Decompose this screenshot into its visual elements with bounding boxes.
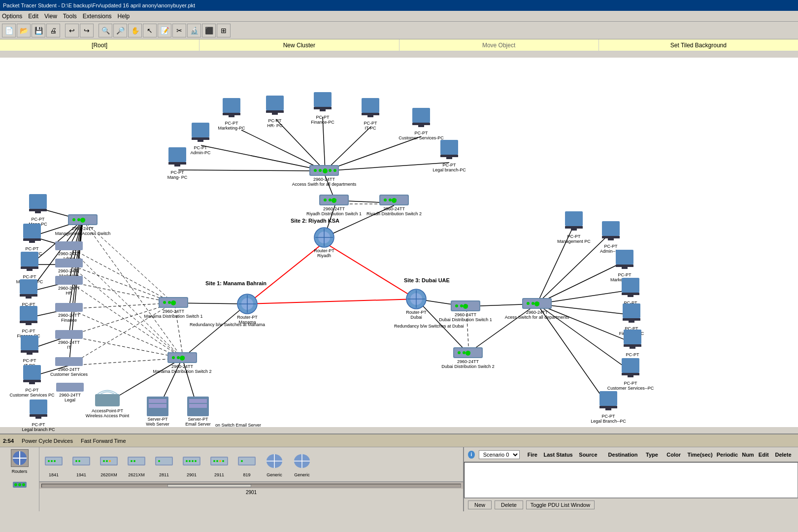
device-generic1[interactable]: Generic bbox=[262, 452, 287, 477]
devices-icons: 1841 1941 bbox=[39, 447, 463, 482]
pdu-top: i Scenario 0 Fire Last Status Source Des… bbox=[464, 447, 798, 462]
inspect-button[interactable]: 🔬 bbox=[187, 24, 201, 37]
device-2811[interactable]: 2811 bbox=[152, 452, 176, 477]
delete-button[interactable]: ✂ bbox=[172, 24, 186, 37]
device-1941[interactable]: 1941 bbox=[69, 452, 94, 477]
svg-point-360 bbox=[241, 460, 243, 462]
delete-column-label: Delete bbox=[775, 452, 794, 458]
device-generic2[interactable]: Generic bbox=[290, 452, 314, 477]
category-routers[interactable] bbox=[11, 449, 29, 467]
toolbar: 📄 📂 💾 🖨 ↩ ↪ 🔍 🔎 ✋ ↖ 📝 ✂ 🔬 ⬛ ⊞ bbox=[0, 22, 798, 39]
svg-text:Management PC: Management PC bbox=[557, 239, 591, 244]
select-button[interactable]: ↖ bbox=[143, 24, 157, 37]
svg-point-152 bbox=[172, 356, 175, 359]
device-2911[interactable]: 2911 bbox=[207, 452, 232, 477]
svg-point-349 bbox=[189, 460, 191, 462]
scrollbar-track[interactable] bbox=[41, 484, 461, 488]
svg-point-322 bbox=[14, 483, 17, 486]
delete-pdu-button[interactable]: Delete bbox=[495, 500, 523, 509]
breadcrumb-root[interactable]: [Root] bbox=[0, 39, 200, 51]
svg-text:Customer Services--PC: Customer Services--PC bbox=[607, 386, 654, 391]
menu-options[interactable]: Options bbox=[2, 13, 22, 20]
device-label-1941: 1941 bbox=[76, 472, 86, 477]
svg-rect-176 bbox=[21, 266, 38, 269]
undo-button[interactable]: ↩ bbox=[65, 24, 79, 37]
device-2901[interactable]: 2901 bbox=[179, 452, 204, 477]
canvas-area[interactable]: PC-PT Marketing-PC PC-PT HR- PC PC-PT Fi… bbox=[0, 51, 798, 433]
device-label-2621XM: 2621XM bbox=[128, 472, 145, 477]
save-button[interactable]: 💾 bbox=[32, 24, 45, 37]
menu-edit[interactable]: Edit bbox=[28, 13, 38, 20]
svg-text:PC-PT: PC-PT bbox=[171, 170, 185, 175]
cluster-button[interactable]: ⊞ bbox=[217, 24, 231, 37]
redo-button[interactable]: ↪ bbox=[80, 24, 94, 37]
svg-point-250 bbox=[460, 304, 463, 307]
network-diagram: PC-PT Marketing-PC PC-PT HR- PC PC-PT Fi… bbox=[0, 51, 798, 433]
menu-view[interactable]: View bbox=[44, 13, 57, 20]
svg-text:PC-PT: PC-PT bbox=[26, 246, 39, 251]
svg-rect-67 bbox=[223, 113, 240, 115]
svg-rect-202 bbox=[35, 417, 41, 419]
scrollbar-thumb[interactable] bbox=[167, 484, 251, 487]
svg-rect-185 bbox=[20, 306, 37, 321]
svg-point-336 bbox=[103, 460, 105, 462]
svg-rect-231 bbox=[149, 404, 166, 408]
svg-text:Server-PT: Server-PT bbox=[147, 417, 168, 422]
category-switches[interactable] bbox=[11, 476, 29, 494]
svg-text:PC-PT: PC-PT bbox=[618, 272, 632, 277]
breadcrumb-set-tiled-bg[interactable]: Set Tiled Background bbox=[599, 39, 798, 51]
toggle-pdu-window-button[interactable]: Toggle PDU List Window bbox=[526, 500, 595, 509]
power-cycle-button[interactable]: Power Cycle Devices bbox=[22, 438, 73, 444]
svg-point-332 bbox=[75, 460, 77, 462]
resize-button[interactable]: ⬛ bbox=[202, 24, 216, 37]
svg-text:2960-24TT: 2960-24TT bbox=[383, 206, 405, 211]
device-819[interactable]: 819 bbox=[234, 452, 259, 477]
new-pdu-button[interactable]: New bbox=[468, 500, 492, 509]
device-2620XM[interactable]: 2620XM bbox=[97, 452, 121, 477]
menu-tools[interactable]: Tools bbox=[63, 13, 77, 20]
svg-text:2960-24TT: 2960-24TT bbox=[59, 393, 81, 398]
zoom-in-button[interactable]: 🔍 bbox=[99, 24, 112, 37]
place-note-button[interactable]: 📝 bbox=[158, 24, 171, 37]
menu-help[interactable]: Help bbox=[118, 13, 130, 20]
svg-rect-103 bbox=[174, 165, 180, 166]
pdu-panel: i Scenario 0 Fire Last Status Source Des… bbox=[463, 447, 798, 511]
svg-rect-205 bbox=[55, 241, 83, 250]
fast-forward-button[interactable]: Fast Forward Time bbox=[81, 438, 126, 444]
device-label-generic2: Generic bbox=[294, 472, 310, 477]
device-scrollbar[interactable] bbox=[39, 482, 463, 489]
svg-text:Access Swith for all departmen: Access Swith for all departments bbox=[292, 182, 357, 187]
pan-button[interactable]: ✋ bbox=[128, 24, 142, 37]
breadcrumb-new-cluster[interactable]: New Cluster bbox=[200, 39, 399, 51]
svg-text:Manama Distribution Switch 2: Manama Distribution Switch 2 bbox=[153, 369, 211, 374]
device-label-generic1: Generic bbox=[266, 472, 282, 477]
svg-rect-306 bbox=[605, 408, 611, 410]
svg-text:Dubai Distribution Switch 1: Dubai Distribution Switch 1 bbox=[439, 317, 492, 322]
title-bar: Packet Tracer Student - D:\E backup\Frv\… bbox=[0, 0, 798, 11]
svg-text:Riyadh Distribution Switch 1: Riyadh Distribution Switch 1 bbox=[306, 211, 362, 216]
print-button[interactable]: 🖨 bbox=[46, 24, 60, 37]
svg-rect-66 bbox=[223, 98, 240, 113]
device-2621XM[interactable]: 2621XM bbox=[124, 452, 149, 477]
svg-rect-170 bbox=[23, 224, 41, 238]
fire-column-label: Fire bbox=[528, 452, 537, 458]
new-button[interactable]: 📄 bbox=[2, 24, 16, 37]
svg-rect-175 bbox=[21, 252, 38, 266]
svg-point-313 bbox=[180, 356, 185, 361]
breadcrumb-move-object[interactable]: Move Object bbox=[399, 39, 599, 51]
scenario-selector[interactable]: Scenario 0 bbox=[479, 450, 520, 459]
svg-point-314 bbox=[463, 304, 468, 309]
menu-extensions[interactable]: Extensions bbox=[83, 13, 112, 20]
svg-point-265 bbox=[532, 302, 534, 305]
svg-text:Marketing-PC: Marketing-PC bbox=[218, 126, 245, 131]
device-1841[interactable]: 1841 bbox=[41, 452, 66, 477]
svg-rect-290 bbox=[623, 318, 640, 321]
open-button[interactable]: 📂 bbox=[17, 24, 31, 37]
bottom-toolbar: 2:54 Power Cycle Devices Fast Forward Ti… bbox=[0, 434, 798, 447]
zoom-out-button[interactable]: 🔎 bbox=[113, 24, 127, 37]
svg-text:2960-24TT: 2960-24TT bbox=[163, 309, 185, 314]
menu-bar: Options Edit View Tools Extensions Help bbox=[0, 11, 798, 22]
svg-rect-301 bbox=[628, 375, 633, 377]
svg-text:PC-PT: PC-PT bbox=[32, 217, 45, 222]
svg-rect-93 bbox=[198, 140, 203, 142]
